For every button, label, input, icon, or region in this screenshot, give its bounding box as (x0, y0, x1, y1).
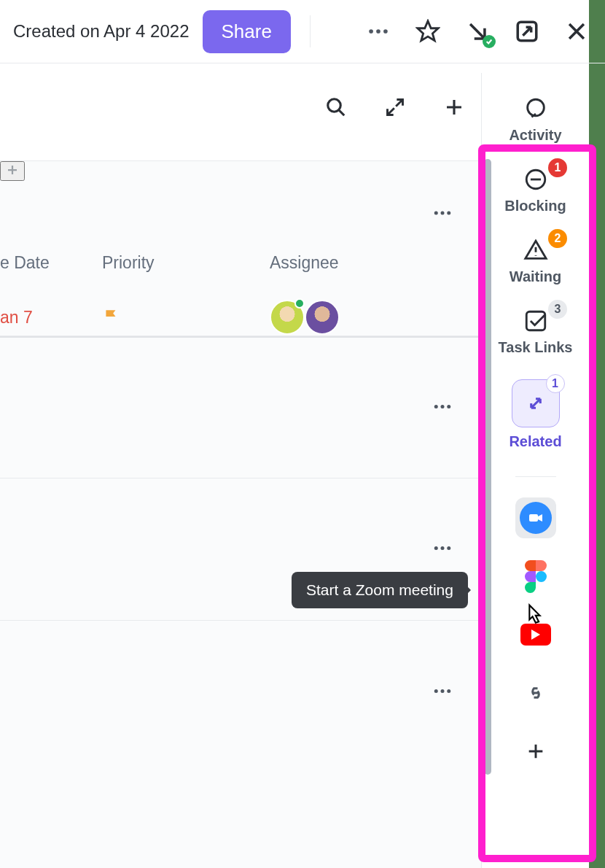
right-rail: Activity 1 Blocking 2 Waiting 3 Task Lin… (481, 73, 589, 868)
link-icon (525, 682, 547, 704)
divider (0, 63, 605, 63)
column-headers: e Date Priority Assignee (0, 253, 481, 273)
youtube-integration-button[interactable] (515, 614, 556, 655)
list-section (0, 336, 481, 478)
rail-label: Waiting (510, 268, 561, 285)
warning-icon (523, 238, 548, 263)
svg-point-17 (447, 689, 450, 693)
rail-label: Task Links (499, 339, 573, 356)
window-edge (589, 0, 605, 868)
rail-activity[interactable]: Activity (482, 88, 589, 158)
svg-point-7 (441, 212, 445, 215)
due-date-value[interactable]: an 7 (0, 308, 102, 328)
svg-point-5 (328, 98, 341, 112)
svg-rect-20 (526, 311, 545, 330)
youtube-icon (520, 624, 551, 646)
star-icon[interactable] (413, 16, 443, 47)
add-column-button[interactable] (0, 161, 25, 181)
close-icon[interactable] (561, 16, 592, 47)
column-header-priority[interactable]: Priority (102, 253, 270, 273)
svg-point-11 (447, 405, 450, 408)
section-more-icon[interactable] (426, 532, 459, 567)
avatar (305, 300, 340, 335)
rail-label: Related (509, 433, 561, 450)
priority-value[interactable] (102, 308, 270, 327)
svg-point-0 (369, 29, 373, 34)
expand-icon[interactable] (382, 94, 408, 123)
badge: 1 (548, 158, 567, 177)
plus-icon (526, 741, 546, 762)
blocking-icon (523, 167, 548, 192)
svg-point-12 (434, 546, 438, 550)
rail-label: Blocking (504, 198, 566, 214)
checkbox-icon (523, 309, 548, 333)
list-section (0, 621, 481, 763)
rail-blocking[interactable]: 1 Blocking (482, 158, 589, 229)
flag-icon (102, 308, 121, 327)
tooltip: Start a Zoom meeting (292, 572, 468, 608)
column-header-assignee[interactable]: Assignee (270, 253, 415, 273)
rail-label: Activity (509, 127, 561, 144)
open-external-icon[interactable] (512, 16, 542, 47)
zoom-icon (520, 502, 552, 534)
comment-icon (523, 96, 548, 121)
list-section: e Date Priority Assignee an 7 (0, 161, 481, 336)
section-more-icon[interactable] (426, 674, 459, 710)
section-more-icon[interactable] (426, 390, 459, 426)
plus-icon[interactable] (440, 93, 468, 123)
status-dot (294, 298, 305, 309)
more-icon[interactable] (363, 16, 394, 47)
figma-icon (525, 560, 547, 593)
svg-point-2 (383, 29, 388, 34)
svg-marker-3 (418, 21, 438, 41)
link-integration-button[interactable] (515, 673, 556, 713)
svg-point-18 (527, 99, 544, 116)
related-icon-bg: 1 (512, 379, 560, 427)
content-panel: e Date Priority Assignee an 7 (0, 160, 481, 868)
figma-integration-button[interactable] (515, 556, 556, 597)
svg-point-6 (434, 212, 438, 215)
svg-point-8 (447, 212, 450, 215)
badge: 1 (546, 374, 565, 393)
svg-point-13 (441, 546, 445, 550)
related-icon (525, 392, 547, 414)
divider (310, 15, 311, 47)
search-icon[interactable] (322, 93, 350, 123)
assignee-value[interactable] (270, 300, 415, 335)
top-toolbar: Created on Apr 4 2022 Share (0, 0, 605, 63)
svg-point-15 (434, 689, 438, 693)
rail-task-links[interactable]: 3 Task Links (482, 300, 589, 371)
list-toolbar (0, 86, 481, 130)
share-button[interactable]: Share (203, 10, 291, 53)
column-header-date[interactable]: e Date (0, 253, 102, 273)
svg-rect-21 (529, 514, 538, 522)
rail-related[interactable]: 1 Related (482, 371, 589, 465)
badge: 2 (548, 229, 567, 248)
svg-point-16 (441, 689, 445, 693)
table-row[interactable]: an 7 (0, 298, 481, 336)
zoom-integration-button[interactable] (515, 497, 556, 538)
created-date-label: Created on Apr 4 2022 (13, 21, 190, 42)
download-check-icon[interactable] (462, 16, 493, 47)
divider (515, 476, 556, 477)
svg-point-9 (434, 405, 438, 408)
rail-waiting[interactable]: 2 Waiting (482, 229, 589, 300)
svg-point-1 (376, 29, 380, 34)
add-integration-button[interactable] (515, 731, 556, 772)
badge: 3 (548, 300, 567, 319)
section-more-icon[interactable] (426, 196, 459, 232)
svg-point-14 (447, 546, 450, 550)
svg-point-10 (441, 405, 445, 408)
